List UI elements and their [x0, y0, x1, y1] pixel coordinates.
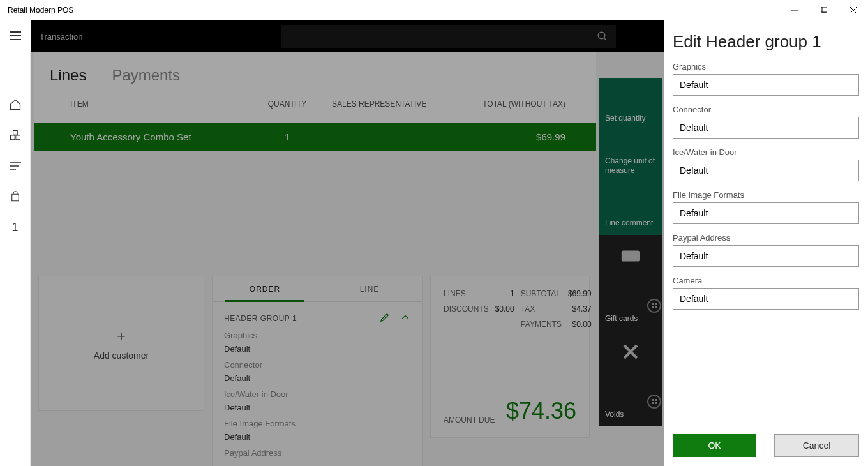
ok-button[interactable]: OK — [673, 434, 756, 457]
badge-icon — [647, 395, 661, 409]
svg-rect-9 — [15, 135, 20, 140]
order-tab-line[interactable]: LINE — [317, 276, 422, 301]
search-icon — [597, 31, 608, 42]
header-group-title: HEADER GROUP 1 — [224, 314, 297, 323]
tile-label: Change unit of measure — [605, 156, 656, 183]
nav-home[interactable] — [0, 89, 31, 120]
tile-label: Gift cards — [605, 314, 656, 331]
svg-rect-26 — [655, 402, 657, 404]
plus-icon: ＋ — [114, 326, 128, 345]
nav-products[interactable] — [0, 120, 31, 151]
svg-rect-10 — [13, 131, 17, 135]
tile-gift-cards[interactable]: Gift cards — [599, 235, 662, 331]
left-nav-rail: 1 — [0, 20, 31, 466]
discounts-value: $0.00 — [495, 304, 514, 313]
tile-label: Voids — [605, 410, 656, 426]
subtotal-label: SUBTOTAL — [521, 289, 562, 298]
panel-field-input[interactable] — [673, 202, 859, 224]
topbar-title: Transaction — [31, 32, 281, 41]
tile-change-uom[interactable]: Change unit of measure — [599, 130, 662, 183]
badge-icon — [647, 299, 661, 313]
nav-count[interactable]: 1 — [0, 212, 31, 243]
tax-label: TAX — [521, 304, 562, 313]
close-button[interactable] — [839, 0, 868, 20]
svg-rect-25 — [652, 402, 654, 404]
x-icon — [620, 341, 641, 363]
svg-rect-20 — [655, 306, 657, 308]
panel-field-input[interactable] — [673, 160, 859, 181]
minimize-button[interactable] — [780, 0, 809, 20]
tile-set-quantity[interactable]: Set quantity — [599, 78, 662, 130]
col-rep: SALES REPRESENTATIVE — [332, 100, 472, 109]
cancel-label: Cancel — [803, 440, 831, 451]
card-icon — [620, 245, 641, 267]
window-controls — [780, 0, 868, 20]
panel-tabs: Lines Payments — [34, 52, 596, 93]
tile-label: Line comment — [605, 218, 656, 235]
table-row[interactable]: Youth Accessory Combo Set 1 $69.99 — [34, 123, 596, 151]
panel-field-input[interactable] — [673, 288, 859, 310]
svg-point-14 — [598, 32, 605, 39]
list-icon — [10, 162, 21, 170]
payments-value: $0.00 — [568, 320, 592, 329]
tab-lines[interactable]: Lines — [50, 66, 86, 84]
tile-label: Set quantity — [605, 114, 656, 130]
panel-field-label: Graphics — [673, 62, 859, 71]
discounts-label: DISCOUNTS — [444, 304, 489, 313]
ok-label: OK — [708, 440, 721, 451]
transaction-panel: Lines Payments ITEM QUANTITY SALES REPRE… — [34, 52, 596, 123]
panel-field-input[interactable] — [673, 117, 859, 139]
order-tab-order[interactable]: ORDER — [213, 276, 317, 301]
tab-payments[interactable]: Payments — [112, 66, 180, 84]
window-title: Retail Modern POS — [8, 6, 73, 15]
field-value: Default — [224, 344, 410, 354]
svg-line-15 — [604, 38, 606, 40]
svg-rect-16 — [622, 251, 640, 262]
amount-due-label: AMOUNT DUE — [444, 416, 495, 425]
field-label: Paypal Address — [224, 448, 410, 458]
hamburger-icon — [10, 31, 21, 40]
tile-line-comment[interactable]: Line comment — [599, 183, 662, 235]
cell-item: Youth Accessory Combo Set — [70, 132, 243, 142]
col-qty: QUANTITY — [243, 100, 332, 109]
subtotal-value: $69.99 — [568, 289, 592, 298]
lines-value: 1 — [495, 289, 514, 298]
panel-field-label: Connector — [673, 105, 859, 114]
window-titlebar: Retail Modern POS — [0, 0, 868, 20]
svg-rect-8 — [10, 135, 15, 140]
panel-field-label: Paypal Address — [673, 233, 859, 243]
main-content: Lines Payments ITEM QUANTITY SALES REPRE… — [31, 52, 664, 466]
svg-rect-19 — [652, 306, 654, 308]
nav-list[interactable] — [0, 151, 31, 181]
order-card: ORDER LINE HEADER GROUP 1 GraphicsDefaul… — [212, 276, 423, 466]
cancel-button[interactable]: Cancel — [774, 434, 859, 457]
panel-field-label: Camera — [673, 276, 859, 285]
maximize-button[interactable] — [809, 0, 839, 20]
svg-rect-23 — [652, 399, 654, 401]
chevron-up-icon[interactable] — [400, 312, 410, 324]
panel-title: Edit Header group 1 — [673, 32, 859, 52]
panel-field-input[interactable] — [673, 245, 859, 267]
field-value: Default — [224, 432, 410, 442]
field-label: File Image Formats — [224, 419, 410, 428]
hamburger-button[interactable] — [0, 20, 31, 51]
edit-icon[interactable] — [380, 312, 390, 324]
svg-rect-18 — [655, 303, 657, 305]
tax-value: $4.37 — [568, 304, 592, 313]
boxes-icon — [9, 129, 22, 142]
cell-total: $69.99 — [472, 132, 581, 142]
edit-panel: Edit Header group 1 GraphicsConnectorIce… — [664, 20, 868, 466]
panel-field-input[interactable] — [673, 74, 859, 96]
col-total: TOTAL (WITHOUT TAX) — [472, 100, 581, 109]
bag-icon — [10, 190, 21, 203]
field-value: Default — [224, 373, 410, 383]
nav-bag[interactable] — [0, 181, 31, 212]
field-value: Default — [224, 403, 410, 412]
col-item: ITEM — [70, 100, 243, 109]
grid-header: ITEM QUANTITY SALES REPRESENTATIVE TOTAL… — [34, 93, 596, 115]
cell-qty: 1 — [243, 132, 332, 142]
search-box[interactable] — [281, 25, 616, 48]
panel-field-label: File Image Formats — [673, 190, 859, 200]
tile-voids[interactable]: Voids — [599, 331, 662, 426]
add-customer-card[interactable]: ＋ Add customer — [38, 276, 204, 411]
